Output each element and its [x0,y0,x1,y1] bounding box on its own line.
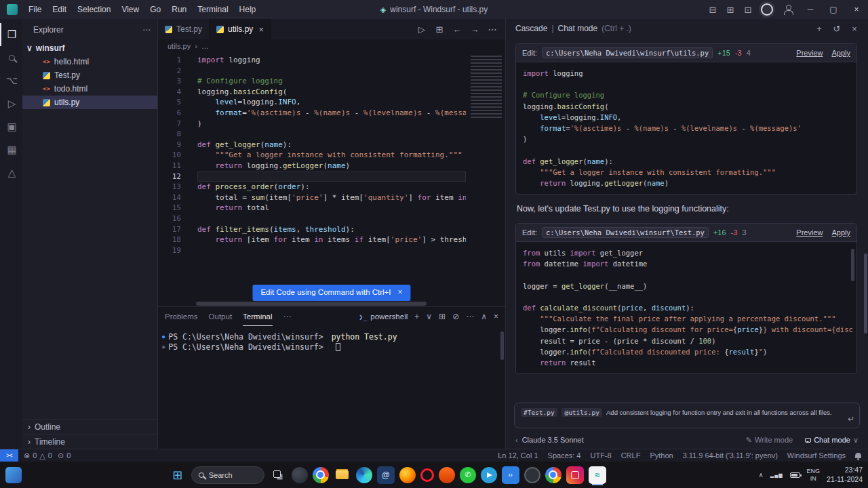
python-interpreter[interactable]: 3.11.9 64-bit ('3.11.9': pyenv) [683,451,778,460]
code-line[interactable] [197,66,466,77]
menu-terminal[interactable]: Terminal [192,5,233,14]
extensions-icon[interactable]: ▦ [0,138,22,161]
edit-file-path[interactable]: c:\Users\Neha Dwivedi\winsurf\Test.py [542,227,709,238]
remote-indicator[interactable]: >< [0,449,18,462]
code-line[interactable]: return total [197,203,466,214]
hidden-icons-chevron[interactable]: ∧ [758,471,763,479]
panel-tab-problems[interactable]: Problems [165,307,198,326]
menu-selection[interactable]: Selection [72,5,116,14]
code-line[interactable]: logging.basicConfig( [197,87,466,98]
edge-icon[interactable] [356,467,372,483]
toggle-sidebar-icon[interactable]: ⊟ [704,0,722,19]
run-python-file-icon[interactable]: ▷ [414,22,429,37]
apply-button[interactable]: Apply [831,228,850,237]
send-enter-icon[interactable]: ↵ [848,414,854,424]
edit-file-path[interactable]: c:\Users\Neha Dwivedi\winsurf\utils.py [542,47,713,58]
panel-more-icon[interactable]: ⋯ [283,312,292,321]
run-debug-icon[interactable]: ▷ [0,92,22,115]
context-chip-test-py[interactable]: #Test.py [521,408,557,417]
cursor-position[interactable]: Ln 12, Col 1 [498,451,538,460]
chrome-icon[interactable] [313,467,329,483]
write-mode-toggle[interactable]: ✎ Write mode [746,436,793,445]
windsurf-settings[interactable]: Windsurf Settings [787,451,846,460]
mail-icon[interactable]: @ [377,466,395,484]
account-icon[interactable] [783,4,793,15]
file-test.py[interactable]: Test.py [22,68,157,82]
obs-icon[interactable] [524,467,540,483]
code-line[interactable]: ) [197,119,466,129]
menu-run[interactable]: Run [166,5,192,14]
file-utils.py[interactable]: utils.py [22,96,157,109]
menu-edit[interactable]: Edit [47,5,72,14]
indentation[interactable]: Spaces: 4 [548,451,581,460]
problems-indicator[interactable]: ⊗ 0 △ 0 [24,451,52,460]
tab-utils.py[interactable]: utils.py× [210,19,271,39]
opera-icon[interactable] [420,468,434,482]
model-selector[interactable]: Claude 3.5 Sonnet [522,436,584,444]
breadcrumb[interactable]: utils.py › … [158,39,505,53]
preview-button[interactable]: Preview [796,49,823,57]
task-view-icon[interactable] [269,466,287,484]
navigate-back-icon[interactable]: ← [450,22,465,37]
copilot-icon[interactable] [292,467,308,483]
vscode-icon[interactable]: ‹› [502,466,519,484]
tab-test.py[interactable]: Test.py [158,19,210,39]
terminal-line[interactable]: ●PS C:\Users\Neha Dwivedi\winsurf> [162,342,505,353]
close-tab-icon[interactable]: × [258,24,264,35]
code-line[interactable]: return logging.getLogger(name) [197,161,466,171]
more-terminal-actions-icon[interactable]: ⋯ [466,312,474,321]
search-icon[interactable] [0,46,22,69]
code-line[interactable] [197,214,466,224]
terminal-picker-icon[interactable]: ∨ [426,312,432,321]
file-hello.html[interactable]: <>hello.html [22,55,157,68]
breadcrumb-file[interactable]: utils.py [167,42,191,50]
codeium-badge-icon[interactable] [761,3,773,16]
toggle-secondary-sidebar-icon[interactable]: ⊡ [739,0,757,19]
terminal-line[interactable]: ●PS C:\Users\Neha Dwivedi\winsurf> pytho… [162,331,505,342]
menu-view[interactable]: View [116,5,144,14]
minimize-button[interactable]: ─ [799,0,822,19]
extra-indicator[interactable]: ⊙ 0 [58,451,71,460]
timeline-section[interactable]: › Timeline [22,434,157,449]
testing-icon[interactable]: △ [0,161,22,184]
close-panel-icon[interactable]: × [494,312,498,321]
firefox-icon[interactable] [399,467,416,483]
shell-selector[interactable]: ❯_ powershell [359,312,408,321]
clock[interactable]: 23:47 21-11-2024 [827,466,863,483]
chrome-work-icon[interactable] [545,467,561,483]
whatsapp-icon[interactable]: ✆ [460,467,476,483]
battery-icon[interactable] [790,472,800,478]
cascade-mode-label[interactable]: Chat mode [558,24,598,33]
menu-help[interactable]: Help [234,5,262,14]
search-box[interactable]: Search [191,466,264,484]
breadcrumb-more[interactable]: … [201,42,209,50]
code-line[interactable]: level=logging.INFO, [197,97,466,108]
file-explorer-icon[interactable] [334,466,351,484]
code-line[interactable] [197,245,466,256]
explorer-icon[interactable]: ❐ [0,23,22,46]
horizontal-scrollbar[interactable] [196,302,427,306]
code-line[interactable]: total = sum(item['price'] * item['quanti… [197,192,466,203]
code-line[interactable]: def get_logger(name): [197,140,466,150]
code-line[interactable] [197,171,466,182]
more-editor-actions-icon[interactable]: ⋯ [485,22,500,37]
new-chat-icon[interactable]: + [812,24,826,34]
source-control-icon[interactable]: ⌥ [0,69,22,92]
sidebar-more-icon[interactable]: ⋯ [142,25,151,35]
start-icon[interactable]: ⊞ [169,466,186,484]
toggle-panel-icon[interactable]: ⊞ [722,0,739,19]
minimap[interactable] [466,53,505,306]
close-button[interactable]: × [845,0,868,19]
language-indicator[interactable]: ENG IN [807,468,821,482]
code-line[interactable]: """Get a logger instance with consistent… [197,150,466,161]
chat-mode-toggle[interactable]: Chat mode ∨ [805,436,859,445]
eol[interactable]: CRLF [621,451,641,460]
encoding[interactable]: UTF-8 [590,451,611,460]
kill-terminal-icon[interactable]: ⊘ [452,312,459,321]
code-content[interactable]: import logging # Configure loggingloggin… [189,53,466,306]
apply-button[interactable]: Apply [831,49,850,57]
code-line[interactable]: return [item for item in items if item['… [197,235,466,245]
widgets-icon[interactable] [5,467,22,483]
language-mode[interactable]: Python [650,451,673,460]
folder-winsurf[interactable]: ∨ winsurf [22,41,157,55]
